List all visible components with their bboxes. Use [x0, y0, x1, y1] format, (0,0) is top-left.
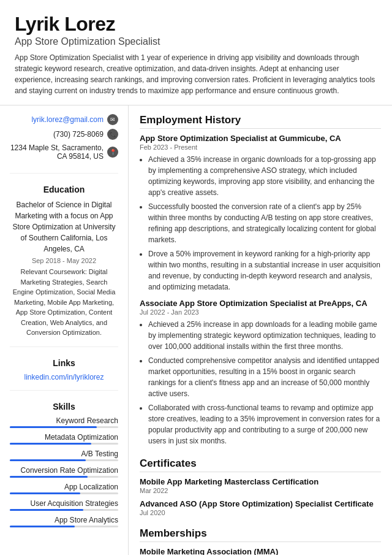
cert-entry: Advanced ASO (App Store Optimization) Sp…	[140, 499, 381, 516]
candidate-name: Lyrik Lorez	[15, 13, 377, 35]
employment-section: Employment History App Store Optimizatio…	[140, 114, 381, 446]
cert-date: Mar 2022	[140, 487, 381, 494]
job-bullet: Drove a 50% improvement in keyword ranki…	[148, 248, 381, 293]
job-date: Feb 2023 - Present	[140, 144, 381, 151]
job-bullets: Achieved a 35% increase in organic downl…	[140, 154, 381, 293]
sidebar: lyrik.lorez@gmail.com ✉ (730) 725-8069 📞…	[0, 105, 129, 555]
address-item: 1234 Maple St, Sacramento, CA 95814, US …	[10, 144, 118, 161]
skill-bar-fill	[10, 526, 75, 527]
phone-item: (730) 725-8069 📞	[10, 129, 118, 140]
job-entry: Associate App Store Optimization Special…	[140, 299, 381, 446]
education-section: Education Bachelor of Science in Digital…	[10, 185, 118, 347]
job-bullet: Conducted comprehensive competitor analy…	[148, 355, 381, 399]
links-section: Links linkedin.com/in/lyriklorez	[10, 358, 118, 391]
education-date: Sep 2018 - May 2022	[10, 257, 118, 264]
skills-section: Skills Keyword Research Metadata Optimiz…	[10, 402, 118, 541]
employment-title: Employment History	[140, 114, 381, 129]
skills-title: Skills	[10, 402, 118, 411]
skill-label: A/B Testing	[81, 450, 118, 458]
skill-label: User Acquisition Strategies	[31, 499, 118, 508]
coursework-text: Digital Marketing Strategies, Search Eng…	[13, 268, 116, 336]
skill-bar-fill	[10, 459, 86, 461]
membership-item: Mobile Marketing Association (MMA)	[140, 547, 381, 555]
candidate-summary: App Store Optimization Specialist with 1…	[15, 52, 377, 96]
linkedin-link[interactable]: linkedin.com/in/lyriklorez	[10, 373, 118, 381]
main-layout: lyrik.lorez@gmail.com ✉ (730) 725-8069 📞…	[0, 105, 392, 555]
resume-header: Lyrik Lorez App Store Optimization Speci…	[0, 0, 392, 105]
job-entry: App Store Optimization Specialist at Gum…	[140, 134, 381, 293]
links-title: Links	[10, 358, 118, 368]
address-text: 1234 Maple St, Sacramento, CA 95814, US	[10, 144, 104, 161]
job-date: Jul 2022 - Jan 2023	[140, 308, 381, 316]
skill-item: App Store Analytics	[10, 516, 118, 527]
main-content: Employment History App Store Optimizatio…	[129, 105, 392, 555]
skill-bar-fill	[10, 492, 80, 494]
skill-label: App Store Analytics	[55, 516, 118, 524]
job-bullet: Collaborated with cross-functional teams…	[148, 402, 381, 446]
job-title: App Store Optimization Specialist at Gum…	[140, 134, 381, 143]
skill-item: A/B Testing	[10, 450, 118, 461]
cert-entry: Mobile App Marketing Masterclass Certifi…	[140, 477, 381, 494]
skill-label: Keyword Research	[56, 416, 118, 425]
skill-label: App Localization	[64, 483, 118, 491]
education-coursework: Relevant Coursework: Digital Marketing S…	[10, 267, 118, 338]
skill-item: Conversion Rate Optimization	[10, 466, 118, 478]
job-bullet: Successfully boosted the conversion rate…	[148, 201, 381, 245]
job-bullet: Achieved a 35% increase in organic downl…	[148, 154, 381, 198]
skill-bar-fill	[10, 509, 83, 511]
skill-label: Conversion Rate Optimization	[21, 466, 118, 475]
skill-bar-bg	[10, 459, 118, 461]
cert-date: Jul 2020	[140, 509, 381, 516]
certificates-title: Certificates	[140, 457, 381, 472]
email-item: lyrik.lorez@gmail.com ✉	[10, 114, 118, 125]
memberships-title: Memberships	[140, 527, 381, 542]
education-title: Education	[10, 185, 118, 194]
education-degree: Bachelor of Science in Digital Marketing…	[10, 199, 118, 255]
skill-bar-bg	[10, 426, 118, 428]
phone-icon: 📞	[107, 129, 118, 140]
skill-item: User Acquisition Strategies	[10, 499, 118, 511]
skills-list: Keyword Research Metadata Optimization A…	[10, 416, 118, 527]
jobs-list: App Store Optimization Specialist at Gum…	[140, 134, 381, 446]
skill-item: App Localization	[10, 483, 118, 494]
certs-list: Mobile App Marketing Masterclass Certifi…	[140, 477, 381, 516]
location-icon: 📍	[107, 147, 118, 158]
skill-item: Metadata Optimization	[10, 433, 118, 445]
skill-item: Keyword Research	[10, 416, 118, 428]
skill-bar-bg	[10, 526, 118, 527]
cert-title: Advanced ASO (App Store Optimization) Sp…	[140, 499, 381, 508]
candidate-title: App Store Optimization Specialist	[15, 36, 377, 47]
memberships-section: Memberships Mobile Marketing Association…	[140, 527, 381, 555]
certificates-section: Certificates Mobile App Marketing Master…	[140, 457, 381, 516]
skill-bar-bg	[10, 443, 118, 445]
skill-label: Metadata Optimization	[45, 433, 118, 442]
job-title: Associate App Store Optimization Special…	[140, 299, 381, 308]
skill-bar-fill	[10, 426, 97, 428]
skill-bar-bg	[10, 492, 118, 494]
skill-bar-bg	[10, 476, 118, 478]
cert-title: Mobile App Marketing Masterclass Certifi…	[140, 477, 381, 486]
phone-text: (730) 725-8069	[53, 130, 104, 139]
skill-bar-fill	[10, 443, 91, 445]
email-icon: ✉	[107, 114, 118, 125]
email-link[interactable]: lyrik.lorez@gmail.com	[31, 115, 104, 124]
job-bullets: Achieved a 25% increase in app downloads…	[140, 319, 381, 446]
job-bullet: Achieved a 25% increase in app downloads…	[148, 319, 381, 352]
memberships-list: Mobile Marketing Association (MMA)App Gr…	[140, 547, 381, 555]
contact-section: lyrik.lorez@gmail.com ✉ (730) 725-8069 📞…	[10, 114, 118, 174]
skill-bar-fill	[10, 476, 88, 478]
skill-bar-bg	[10, 509, 118, 511]
coursework-label: Relevant Coursework:	[21, 268, 87, 275]
